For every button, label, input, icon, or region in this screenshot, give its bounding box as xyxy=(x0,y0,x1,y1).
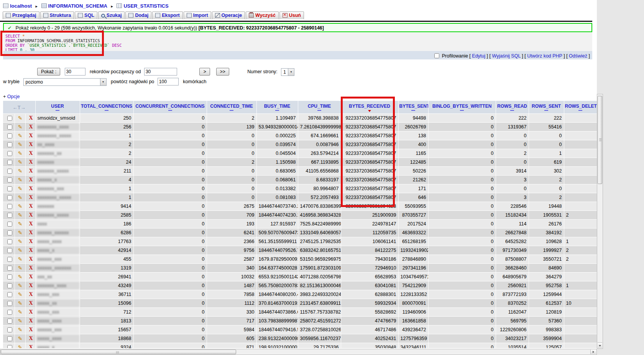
edit-icon[interactable]: ✎ xyxy=(18,168,23,174)
delete-icon[interactable]: X xyxy=(29,115,33,121)
profiling-checkbox[interactable] xyxy=(434,53,439,58)
row-checkbox[interactable] xyxy=(7,133,12,138)
edit-icon[interactable]: ✎ xyxy=(18,203,23,209)
delete-icon[interactable]: X xyxy=(29,212,33,218)
row-checkbox[interactable] xyxy=(7,336,12,341)
start-row-input[interactable] xyxy=(144,68,177,76)
tab-drop[interactable]: Usuń xyxy=(279,12,304,19)
edit-icon[interactable]: ✎ xyxy=(18,230,23,236)
link-edit[interactable]: Edytuj xyxy=(472,53,485,59)
row-checkbox[interactable] xyxy=(7,125,12,130)
col-header-rows-read[interactable]: ROWS_READ xyxy=(496,101,529,113)
vertical-scrollbar[interactable] xyxy=(597,94,603,349)
link-explain-sql[interactable]: Wyjaśnij SQL xyxy=(492,53,520,59)
row-checkbox[interactable] xyxy=(7,274,12,279)
edit-icon[interactable]: ✎ xyxy=(18,177,23,183)
show-button[interactable]: Pokaż : xyxy=(37,68,60,76)
col-header-cpu-time[interactable]: CPU_TIME xyxy=(298,101,341,113)
sort-link-icon[interactable] xyxy=(168,110,172,111)
sort-link-icon[interactable] xyxy=(544,110,548,111)
row-checkbox[interactable] xyxy=(7,142,12,147)
edit-icon[interactable]: ✎ xyxy=(18,159,23,165)
delete-icon[interactable]: X xyxy=(29,256,33,262)
transpose-header-icon[interactable]: ←T→ xyxy=(3,101,35,113)
scroll-right-button[interactable] xyxy=(590,350,596,354)
edit-icon[interactable]: ✎ xyxy=(18,124,23,130)
breadcrumb-database[interactable]: INFORMATION_SCHEMA xyxy=(48,3,107,9)
sort-link-icon[interactable] xyxy=(317,110,321,111)
delete-icon[interactable]: X xyxy=(29,344,33,348)
link-refresh[interactable]: Odśwież xyxy=(569,53,587,59)
row-checkbox[interactable] xyxy=(7,327,12,332)
edit-icon[interactable]: ✎ xyxy=(18,318,23,324)
edit-icon[interactable]: ✎ xyxy=(18,335,23,342)
col-header-bytes-received[interactable]: BYTES_RECEIVED xyxy=(341,101,398,113)
delete-icon[interactable]: X xyxy=(29,150,33,156)
row-checkbox[interactable] xyxy=(7,292,12,297)
col-header-binlog-bytes-written[interactable]: BINLOG_BYTES_WRITTEN xyxy=(428,101,496,113)
edit-icon[interactable]: ✎ xyxy=(18,274,23,280)
sort-link-icon[interactable] xyxy=(578,110,582,111)
delete-icon[interactable]: X xyxy=(29,283,33,288)
edit-icon[interactable]: ✎ xyxy=(18,265,23,271)
tab-empty[interactable]: Wyczyść xyxy=(246,12,279,19)
row-checkbox[interactable] xyxy=(7,222,12,227)
edit-icon[interactable]: ✎ xyxy=(18,327,23,333)
tab-sql[interactable]: SQL xyxy=(75,12,97,19)
tab-structure[interactable]: Struktura xyxy=(40,12,74,19)
page-number-select[interactable]: 1 ▾ xyxy=(281,68,294,76)
horizontal-scrollbar-thumb[interactable] xyxy=(1,350,236,354)
edit-icon[interactable]: ✎ xyxy=(18,115,23,121)
tab-export[interactable]: Eksport xyxy=(152,12,183,19)
delete-icon[interactable]: X xyxy=(29,159,33,165)
delete-icon[interactable]: X xyxy=(29,291,33,297)
sort-link-icon[interactable] xyxy=(411,110,415,111)
delete-icon[interactable]: X xyxy=(29,194,33,200)
row-checkbox[interactable] xyxy=(7,248,12,253)
edit-icon[interactable]: ✎ xyxy=(18,300,23,306)
delete-icon[interactable]: X xyxy=(29,230,33,235)
delete-icon[interactable]: X xyxy=(29,247,33,253)
col-header-concurrent-connections[interactable]: CONCURRENT_CONNECTIONS xyxy=(133,101,207,113)
options-link[interactable]: Opcje xyxy=(7,94,20,99)
col-header-rows-sent[interactable]: ROWS_SENT xyxy=(529,101,564,113)
tab-insert[interactable]: Dodaj xyxy=(125,12,151,19)
delete-icon[interactable]: X xyxy=(29,186,33,191)
delete-icon[interactable]: X xyxy=(29,177,33,182)
tab-search[interactable]: Szukaj xyxy=(98,12,125,19)
tab-operations[interactable]: Operacje xyxy=(212,12,245,19)
delete-icon[interactable]: X xyxy=(29,168,33,174)
edit-icon[interactable]: ✎ xyxy=(18,133,23,139)
edit-icon[interactable]: ✎ xyxy=(18,256,23,262)
edit-icon[interactable]: ✎ xyxy=(18,238,23,245)
breadcrumb-table[interactable]: USER_STATISTICS xyxy=(123,3,168,9)
row-checkbox[interactable] xyxy=(7,283,12,288)
col-header-user[interactable]: USER xyxy=(35,101,80,113)
last-page-button[interactable]: >> xyxy=(216,68,229,76)
sort-link-icon[interactable] xyxy=(510,110,514,111)
row-checkbox[interactable] xyxy=(7,239,12,244)
tab-browse[interactable]: Przeglądaj xyxy=(3,12,39,19)
delete-icon[interactable]: X xyxy=(29,141,33,147)
edit-icon[interactable]: ✎ xyxy=(18,150,23,156)
edit-icon[interactable]: ✎ xyxy=(18,309,23,315)
edit-icon[interactable]: ✎ xyxy=(18,141,23,148)
sort-link-icon[interactable] xyxy=(56,110,59,111)
sort-link-icon[interactable] xyxy=(275,110,279,111)
sort-link-icon[interactable] xyxy=(460,110,464,111)
edit-icon[interactable]: ✎ xyxy=(18,344,23,348)
row-checkbox[interactable] xyxy=(7,310,12,315)
row-checkbox[interactable] xyxy=(7,345,12,348)
row-checkbox[interactable] xyxy=(7,160,12,165)
delete-icon[interactable]: X xyxy=(29,335,33,341)
sort-link-icon[interactable] xyxy=(230,110,233,111)
delete-icon[interactable]: X xyxy=(29,124,33,130)
edit-icon[interactable]: ✎ xyxy=(18,186,23,192)
row-checkbox[interactable] xyxy=(7,266,12,271)
row-checkbox[interactable] xyxy=(7,116,12,121)
row-checkbox[interactable] xyxy=(7,301,12,306)
scroll-down-button[interactable] xyxy=(598,342,602,348)
delete-icon[interactable]: X xyxy=(29,221,33,227)
delete-icon[interactable]: X xyxy=(29,203,33,209)
edit-icon[interactable]: ✎ xyxy=(18,221,23,227)
